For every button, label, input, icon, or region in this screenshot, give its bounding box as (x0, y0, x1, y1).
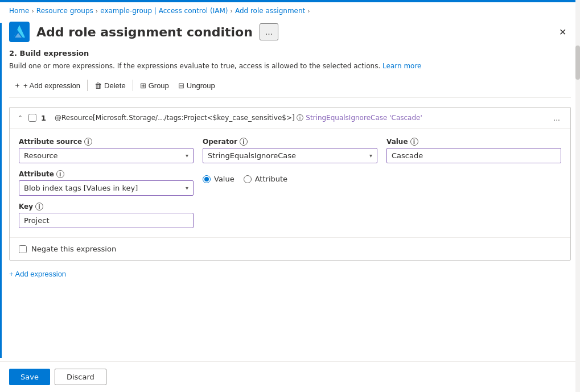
main-content: 2. Build expression Build one or more ex… (0, 49, 580, 353)
group-icon: ⊞ (140, 81, 146, 90)
save-button[interactable]: Save (9, 369, 50, 385)
negate-checkbox[interactable] (19, 245, 27, 253)
ungroup-icon: ⊟ (178, 81, 184, 90)
section-title: 2. Build expression (9, 49, 571, 57)
close-button[interactable]: ✕ (554, 24, 571, 40)
toolbar: ＋ + Add expression 🗑 Delete ⊞ Group ⊟ Un… (9, 78, 571, 98)
scrollbar-thumb[interactable] (575, 46, 580, 80)
attribute-source-chevron-icon: ▾ (186, 152, 188, 159)
expression-value-text: 'Cascade' (389, 114, 422, 122)
operator-value: StringEqualsIgnoreCase (208, 151, 296, 160)
attribute-select[interactable]: Blob index tags [Values in key] ▾ (19, 180, 194, 196)
expression-checkbox[interactable] (28, 114, 36, 122)
radio-value-label: Value (214, 175, 235, 183)
operator-chevron-icon: ▾ (369, 152, 372, 159)
radio-value-circle (203, 175, 211, 183)
add-expression-label: + Add expression (23, 81, 80, 90)
attribute-value: Blob index tags [Values in key] (24, 184, 138, 192)
attribute-info-icon[interactable]: i (56, 170, 64, 178)
add-expression-bottom-button[interactable]: + Add expression (9, 267, 66, 280)
add-expression-toolbar-button[interactable]: ＋ + Add expression (9, 78, 85, 93)
section-number: 2. (9, 49, 17, 57)
breadcrumb-access-control[interactable]: example-group | Access control (IAM) (100, 7, 228, 15)
value-info-icon[interactable]: i (410, 138, 418, 146)
key-info-icon[interactable]: i (35, 203, 43, 211)
learn-more-link[interactable]: Learn more (382, 62, 421, 70)
expression-info-icon: ⓘ (297, 114, 303, 122)
breadcrumb-sep-3: › (230, 7, 232, 15)
radio-value-dot (204, 177, 209, 181)
key-label: Key i (19, 203, 194, 211)
operator-label: Operator i (203, 138, 377, 146)
attribute-group: Attribute i Blob index tags [Values in k… (19, 170, 194, 196)
collapse-button[interactable]: ⌃ (17, 113, 24, 123)
delete-label: Delete (104, 81, 126, 90)
expression-function: StringEqualsIgnoreCase (306, 114, 387, 122)
header-more-button[interactable]: ... (260, 23, 278, 40)
negate-section: Negate this expression (10, 238, 570, 260)
value-type-radio-group: Value Attribute (203, 175, 377, 183)
attribute-source-label: Attribute source i (19, 138, 194, 146)
value-label: Value i (386, 138, 561, 146)
radio-attribute-option[interactable]: Attribute (244, 175, 287, 183)
group-button[interactable]: ⊞ Group (135, 79, 174, 92)
expression-resource-text: @Resource[Microsoft.Storage/.../tags:Pro… (55, 114, 297, 122)
attribute-source-group: Attribute source i Resource ▾ (19, 138, 194, 163)
delete-button[interactable]: 🗑 Delete (90, 79, 130, 92)
header-left: Add role assignment condition ... (9, 22, 278, 42)
section-heading: Build expression (20, 49, 89, 57)
breadcrumb-sep-2: › (96, 7, 98, 15)
expression-header: ⌃ 1 @Resource[Microsoft.Storage/.../tags… (10, 108, 570, 129)
left-accent-bar (0, 23, 2, 358)
toolbar-sep-2 (133, 80, 133, 91)
radio-value-option[interactable]: Value (203, 175, 235, 183)
attribute-source-info-icon[interactable]: i (84, 138, 92, 146)
attribute-source-value: Resource (24, 151, 58, 160)
breadcrumb-home[interactable]: Home (9, 7, 29, 15)
operator-group: Operator i StringEqualsIgnoreCase ▾ (203, 138, 377, 228)
expression-number: 1 (41, 114, 50, 122)
attribute-label: Attribute i (19, 170, 194, 178)
value-group: Value i (386, 138, 561, 228)
breadcrumb-resource-groups[interactable]: Resource groups (36, 7, 93, 15)
delete-icon: 🗑 (94, 81, 102, 90)
value-input[interactable] (386, 148, 561, 163)
attribute-source-select[interactable]: Resource ▾ (19, 148, 194, 163)
key-group: Key i (19, 203, 194, 228)
group-label: Group (149, 81, 169, 90)
page-header: Add role assignment condition ... ✕ (0, 19, 580, 49)
negate-label: Negate this expression (31, 245, 116, 253)
scrollbar[interactable] (575, 0, 580, 392)
section-description: Build one or more expressions. If the ex… (9, 61, 571, 71)
radio-attribute-label: Attribute (255, 175, 287, 183)
breadcrumb-add-role[interactable]: Add role assignment (235, 7, 305, 15)
ungroup-button[interactable]: ⊟ Ungroup (174, 79, 220, 92)
expression-text: @Resource[Microsoft.Storage/.../tags:Pro… (55, 113, 545, 123)
ungroup-label: Ungroup (187, 81, 215, 90)
footer: Save Discard (0, 361, 580, 392)
toolbar-sep-1 (87, 80, 88, 91)
page-title: Add role assignment condition (36, 25, 253, 39)
expression-body: Attribute source i Resource ▾ Attribute … (10, 129, 570, 238)
key-input[interactable] (19, 213, 194, 228)
expression-more-button[interactable]: ... (550, 112, 563, 123)
expression-container: ⌃ 1 @Resource[Microsoft.Storage/.../tags… (9, 107, 571, 261)
add-icon: ＋ (14, 80, 21, 90)
operator-info-icon[interactable]: i (240, 138, 248, 146)
breadcrumb-sep-4: › (307, 7, 310, 15)
attribute-chevron-icon: ▾ (186, 185, 188, 191)
operator-select[interactable]: StringEqualsIgnoreCase ▾ (203, 148, 377, 163)
azure-icon (9, 22, 30, 42)
radio-attribute-circle (244, 175, 252, 183)
breadcrumb: Home › Resource groups › example-group |… (0, 2, 580, 19)
discard-button[interactable]: Discard (55, 369, 106, 385)
breadcrumb-sep-1: › (31, 7, 34, 15)
